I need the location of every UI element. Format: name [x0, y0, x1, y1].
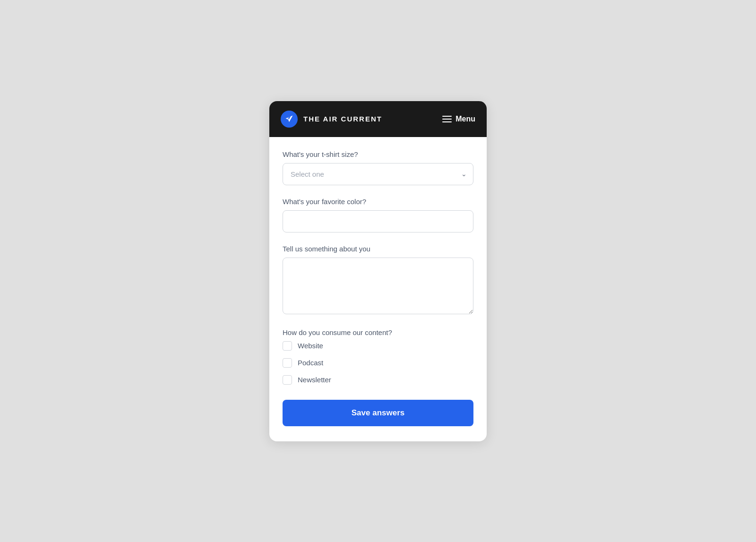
- save-button[interactable]: Save answers: [283, 400, 473, 426]
- about-you-textarea[interactable]: [283, 258, 473, 314]
- checkbox-item-newsletter[interactable]: Newsletter: [283, 375, 473, 385]
- checkbox-label-website: Website: [298, 342, 323, 350]
- content-consumption-label: How do you consume our content?: [283, 328, 473, 336]
- header: THE AIR CURRENT Menu: [269, 101, 487, 137]
- menu-button[interactable]: Menu: [442, 115, 475, 123]
- tshirt-size-group: What's your t-shirt size? Select one XS …: [283, 150, 473, 185]
- checkbox-podcast[interactable]: [283, 358, 292, 368]
- tshirt-size-label: What's your t-shirt size?: [283, 150, 473, 158]
- logo-icon: [281, 111, 298, 128]
- tshirt-size-select[interactable]: Select one XS S M L XL XXL: [283, 163, 473, 185]
- checkbox-group: Website Podcast Newsletter: [283, 341, 473, 385]
- hamburger-icon: [442, 116, 452, 122]
- select-wrapper: Select one XS S M L XL XXL ⌄: [283, 163, 473, 185]
- checkbox-item-website[interactable]: Website: [283, 341, 473, 351]
- favorite-color-input[interactable]: [283, 210, 473, 232]
- airplane-icon: [284, 114, 294, 124]
- logo-text: THE AIR CURRENT: [303, 115, 382, 123]
- favorite-color-group: What's your favorite color?: [283, 198, 473, 232]
- checkbox-website[interactable]: [283, 341, 292, 351]
- survey-card: THE AIR CURRENT Menu What's your t-shirt…: [269, 101, 487, 441]
- logo-group: THE AIR CURRENT: [281, 111, 382, 128]
- form-body: What's your t-shirt size? Select one XS …: [269, 137, 487, 441]
- checkbox-label-newsletter: Newsletter: [298, 376, 331, 384]
- content-consumption-group: How do you consume our content? Website …: [283, 328, 473, 385]
- checkbox-newsletter[interactable]: [283, 375, 292, 385]
- checkbox-label-podcast: Podcast: [298, 359, 323, 367]
- checkbox-item-podcast[interactable]: Podcast: [283, 358, 473, 368]
- menu-label: Menu: [455, 115, 475, 123]
- favorite-color-label: What's your favorite color?: [283, 198, 473, 206]
- about-you-label: Tell us something about you: [283, 245, 473, 253]
- about-you-group: Tell us something about you: [283, 245, 473, 316]
